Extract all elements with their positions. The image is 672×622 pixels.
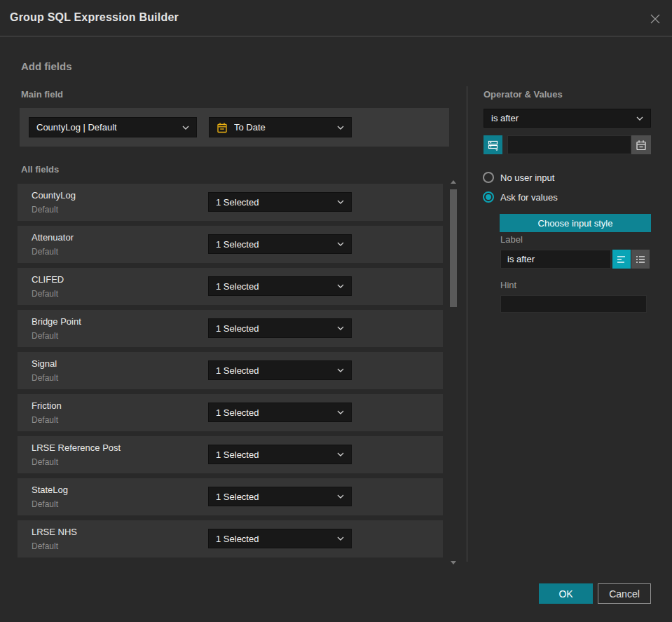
row-selected-dropdown[interactable]: 1 Selected bbox=[208, 276, 352, 296]
value-type-button[interactable] bbox=[484, 135, 502, 154]
scrollbar-thumb[interactable] bbox=[450, 189, 457, 307]
field-name: Signal bbox=[32, 358, 57, 369]
field-subtitle: Default bbox=[32, 205, 58, 215]
main-field-select-value: CountyLog | Default bbox=[36, 122, 178, 133]
date-picker-button[interactable] bbox=[631, 135, 651, 154]
field-name: StateLog bbox=[32, 485, 68, 495]
ok-button[interactable]: OK bbox=[539, 583, 593, 604]
panel-divider bbox=[467, 86, 467, 562]
label-input[interactable] bbox=[500, 250, 611, 269]
main-field-select[interactable]: CountyLog | Default bbox=[29, 117, 197, 137]
hint-field-label: Hint bbox=[500, 280, 516, 290]
main-field-panel: CountyLog | Default To Date bbox=[20, 108, 449, 147]
radio-ask-for-values[interactable]: Ask for values bbox=[483, 191, 558, 203]
field-name: CLIFED bbox=[32, 274, 64, 285]
scroll-up-arrow-icon[interactable] bbox=[451, 180, 456, 184]
field-name: Bridge Point bbox=[32, 316, 81, 327]
chevron-down-icon bbox=[337, 494, 344, 499]
chevron-down-icon bbox=[337, 284, 344, 288]
field-row: Signal Default 1 Selected bbox=[18, 352, 443, 389]
field-row: LRSE NHS Default 1 Selected bbox=[18, 520, 443, 557]
chevron-down-icon bbox=[182, 126, 189, 130]
cancel-button[interactable]: Cancel bbox=[598, 583, 651, 604]
field-name: Friction bbox=[32, 400, 62, 411]
list-style-button[interactable] bbox=[631, 250, 650, 269]
close-icon[interactable] bbox=[648, 12, 662, 26]
chevron-down-icon bbox=[337, 326, 344, 330]
field-name: CountyLog bbox=[32, 190, 76, 201]
field-name: LRSE Reference Post bbox=[32, 442, 121, 453]
radio-no-user-input[interactable]: No user input bbox=[483, 172, 554, 183]
field-row: Friction Default 1 Selected bbox=[18, 394, 443, 431]
dialog-title: Group SQL Expression Builder bbox=[10, 11, 179, 24]
main-field-heading: Main field bbox=[21, 89, 63, 100]
group-sql-expression-builder-dialog: Group SQL Expression Builder Add fields … bbox=[0, 0, 672, 622]
field-row: StateLog Default 1 Selected bbox=[18, 478, 443, 515]
radio-selected-icon bbox=[483, 191, 494, 203]
choose-input-style-button[interactable]: Choose input style bbox=[500, 214, 651, 232]
field-subtitle: Default bbox=[32, 247, 58, 257]
field-row: LRSE Reference Post Default 1 Selected bbox=[18, 436, 443, 473]
align-left-icon bbox=[616, 254, 627, 265]
field-subtitle: Default bbox=[32, 289, 58, 299]
row-selected-dropdown[interactable]: 1 Selected bbox=[208, 529, 352, 548]
chevron-down-icon bbox=[337, 200, 344, 204]
chevron-down-icon bbox=[337, 410, 344, 414]
chevron-down-icon bbox=[636, 116, 643, 121]
date-type-select[interactable]: To Date bbox=[209, 117, 352, 137]
field-name: Attenuator bbox=[32, 232, 74, 243]
row-selected-dropdown[interactable]: 1 Selected bbox=[208, 318, 352, 338]
row-selected-dropdown[interactable]: 1 Selected bbox=[208, 487, 352, 506]
chevron-down-icon bbox=[337, 242, 344, 246]
row-selected-dropdown[interactable]: 1 Selected bbox=[208, 445, 352, 464]
field-subtitle: Default bbox=[32, 331, 58, 341]
chevron-down-icon bbox=[337, 126, 344, 130]
list-scrollbar[interactable] bbox=[448, 179, 458, 564]
field-subtitle: Default bbox=[32, 499, 58, 509]
chevron-down-icon bbox=[337, 368, 344, 372]
hint-input[interactable] bbox=[500, 295, 647, 313]
field-subtitle: Default bbox=[32, 457, 58, 467]
dialog-titlebar: Group SQL Expression Builder bbox=[0, 0, 672, 36]
chevron-down-icon bbox=[337, 536, 344, 541]
calendar-icon bbox=[217, 122, 228, 133]
row-selected-dropdown[interactable]: 1 Selected bbox=[208, 234, 352, 254]
operator-select[interactable]: is after bbox=[484, 109, 651, 128]
calendar-icon bbox=[636, 140, 647, 151]
field-name: LRSE NHS bbox=[32, 527, 77, 537]
operator-values-heading: Operator & Values bbox=[484, 89, 563, 100]
value-input[interactable] bbox=[507, 135, 631, 154]
all-fields-list: CountyLog Default 1 Selected Attenuator … bbox=[18, 184, 443, 562]
field-row: CountyLog Default 1 Selected bbox=[18, 184, 443, 221]
row-selected-dropdown[interactable]: 1 Selected bbox=[208, 403, 352, 422]
chevron-down-icon bbox=[337, 452, 344, 457]
field-row: Bridge Point Default 1 Selected bbox=[18, 310, 443, 347]
field-row: CLIFED Default 1 Selected bbox=[18, 268, 443, 305]
single-line-style-button[interactable] bbox=[612, 250, 631, 269]
radio-icon bbox=[483, 172, 494, 183]
field-row: Attenuator Default 1 Selected bbox=[18, 226, 443, 263]
date-type-select-value: To Date bbox=[234, 122, 333, 133]
field-subtitle: Default bbox=[32, 415, 58, 425]
scroll-down-arrow-icon[interactable] bbox=[451, 561, 456, 564]
operator-select-value: is after bbox=[491, 113, 632, 123]
row-selected-dropdown[interactable]: 1 Selected bbox=[208, 360, 352, 380]
field-subtitle: Default bbox=[32, 541, 58, 551]
list-icon bbox=[635, 254, 646, 265]
add-fields-heading: Add fields bbox=[21, 60, 72, 72]
field-subtitle: Default bbox=[32, 373, 58, 383]
value-field-icon bbox=[488, 140, 499, 151]
all-fields-heading: All fields bbox=[21, 164, 59, 175]
row-selected-dropdown[interactable]: 1 Selected bbox=[208, 192, 352, 212]
label-field-label: Label bbox=[500, 234, 523, 245]
